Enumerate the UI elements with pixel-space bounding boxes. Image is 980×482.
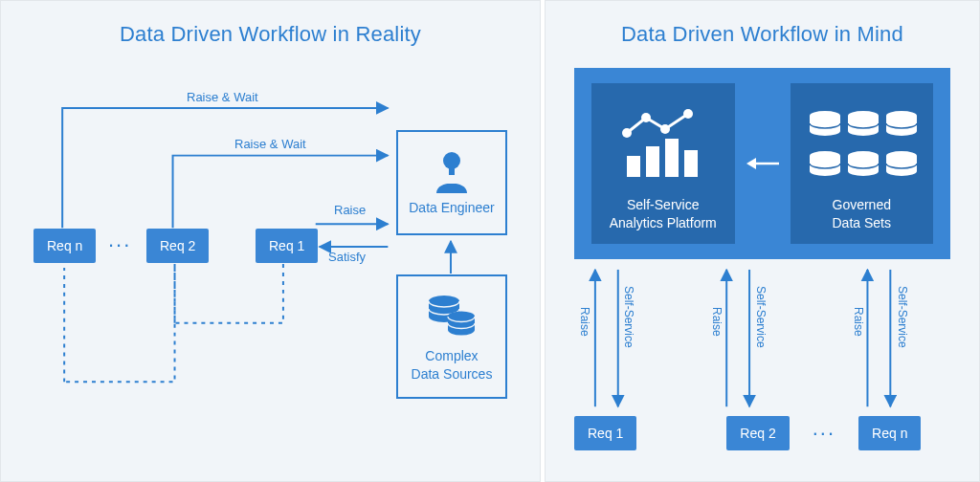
engineer-label: Data Engineer — [409, 199, 495, 217]
arena-left: Req n ··· Req 2 Req 1 Data Engineer — [33, 87, 507, 449]
req-2-box: Req 2 — [146, 229, 209, 263]
diagram-container: Data Driven Workflow in Reality Req n ··… — [0, 0, 980, 482]
req-n-box-r: Req n — [858, 416, 921, 450]
svg-rect-11 — [646, 146, 659, 177]
svg-point-7 — [641, 113, 651, 122]
panel-in-mind: Data Driven Workflow in Mind — [545, 0, 980, 482]
svg-point-0 — [443, 152, 460, 169]
svg-point-6 — [622, 128, 632, 138]
ellipsis-left: ··· — [108, 232, 131, 257]
svg-rect-1 — [449, 168, 455, 175]
datasets-card: Governed Data Sets — [791, 83, 934, 244]
req-n-box: Req n — [33, 229, 96, 263]
datasets-icon — [798, 93, 926, 196]
database-icon — [425, 288, 479, 341]
self-service-label-1: Self-Service — [622, 286, 635, 348]
req-row-right: Req 1 Req 2 ··· Req n — [574, 414, 950, 452]
raise-wait-label-2: Raise & Wait — [234, 137, 306, 151]
svg-point-9 — [683, 109, 693, 119]
svg-rect-12 — [665, 139, 679, 177]
satisfy-label: Satisfy — [328, 250, 366, 264]
data-engineer-box: Data Engineer — [396, 130, 507, 235]
raise-wait-label-1: Raise & Wait — [187, 90, 258, 104]
raise-label-3: Raise — [852, 307, 865, 337]
panel-title-reality: Data Driven Workflow in Reality — [1, 22, 540, 47]
analytics-label: Self-Service Analytics Platform — [610, 196, 717, 232]
req-1-box: Req 1 — [256, 229, 318, 263]
platform-arrow — [746, 154, 779, 173]
analytics-icon — [599, 93, 727, 196]
platform-box: Self-Service Analytics Platform — [574, 68, 950, 259]
svg-marker-2 — [447, 176, 457, 184]
raise-label-2: Raise — [710, 307, 724, 337]
self-service-label-2: Self-Service — [754, 286, 768, 348]
panel-title-mind: Data Driven Workflow in Mind — [546, 22, 979, 47]
self-service-label-3: Self-Service — [896, 286, 909, 348]
raise-label: Raise — [334, 203, 366, 217]
req-1-box-r: Req 1 — [574, 416, 636, 450]
panel-reality: Data Driven Workflow in Reality Req n ··… — [0, 0, 541, 482]
sources-label: Complex Data Sources — [412, 347, 493, 383]
svg-rect-13 — [684, 150, 698, 177]
ellipsis-right: ··· — [813, 421, 835, 446]
svg-rect-10 — [627, 156, 640, 177]
datasets-label: Governed Data Sets — [833, 196, 891, 232]
arena-right: Self-Service Analytics Platform — [574, 68, 950, 452]
data-sources-box: Complex Data Sources — [396, 274, 507, 399]
analytics-platform-card: Self-Service Analytics Platform — [591, 83, 735, 244]
engineer-icon — [431, 147, 473, 193]
svg-point-8 — [660, 124, 670, 134]
raise-label-1: Raise — [578, 307, 591, 337]
req-2-box-r: Req 2 — [726, 416, 789, 450]
